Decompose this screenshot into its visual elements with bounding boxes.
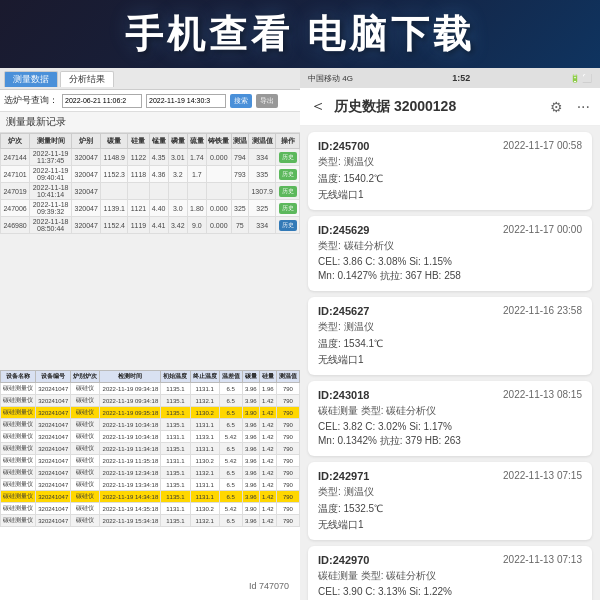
card-type: 碳硅测量 类型: 碳硅分析仪 bbox=[318, 569, 436, 583]
card-detail1: CEL: 3.90 C: 3.13% Si: 1.22% bbox=[318, 586, 582, 597]
card-type: 类型: 测温仪 bbox=[318, 155, 374, 169]
sp-col-t1: 初始温度 bbox=[161, 371, 190, 383]
toolbar-label: 选炉号查询： bbox=[4, 94, 58, 107]
data-card[interactable]: ID:245629 2022-11-17 00:00 类型: 碳硅分析仪 CEL… bbox=[308, 216, 592, 291]
col-temp: 测温 bbox=[231, 134, 248, 149]
mobile-time: 1:52 bbox=[452, 73, 470, 83]
card-detail1: 温度: 1534.1℃ bbox=[318, 337, 582, 351]
card-date: 2022-11-13 08:15 bbox=[503, 389, 582, 401]
card-id: ID:243018 bbox=[318, 389, 369, 401]
mobile-status-bar: 中国移动 4G 1:52 🔋 ⬜ bbox=[300, 68, 600, 88]
col-c: 碳量 bbox=[101, 134, 128, 149]
card-type: 碳硅测量 类型: 碳硅分析仪 bbox=[318, 404, 436, 418]
date-start-input[interactable] bbox=[62, 94, 142, 108]
card-date: 2022-11-17 00:58 bbox=[503, 140, 582, 152]
card-id: ID:242970 bbox=[318, 554, 369, 566]
card-detail2: 无线端口1 bbox=[318, 353, 582, 367]
right-panel: 中国移动 4G 1:52 🔋 ⬜ ＜ 历史数据 32000128 ⚙ ··· I… bbox=[300, 68, 600, 600]
search-button[interactable]: 搜索 bbox=[230, 94, 252, 108]
spreadsheet-row: 碳硅测量仪320241047碳硅仪2022-11-19 14:34:181135… bbox=[1, 491, 300, 503]
battery-icon: 🔋 ⬜ bbox=[570, 74, 592, 83]
col-id: 炉次 bbox=[1, 134, 30, 149]
sp-col-t2: 终止温度 bbox=[190, 371, 219, 383]
col-furnace: 测量时间 bbox=[30, 134, 72, 149]
spreadsheet-row: 碳硅测量仪320241047碳硅仪2022-11-19 09:34:181135… bbox=[1, 383, 300, 395]
col-fe: 铸铁量 bbox=[206, 134, 231, 149]
sp-col-r: 测温值 bbox=[276, 371, 299, 383]
id-text: Id 747070 bbox=[246, 580, 292, 592]
card-type: 类型: 测温仪 bbox=[318, 320, 374, 334]
spreadsheet-row: 碳硅测量仪320241047碳硅仪2022-11-19 13:34:181135… bbox=[1, 479, 300, 491]
col-s: 硫量 bbox=[187, 134, 206, 149]
browser-bar: 测量数据 分析结果 bbox=[0, 68, 300, 90]
data-card[interactable]: ID:242971 2022-11-13 07:15 类型: 测温仪 温度: 1… bbox=[308, 462, 592, 540]
table-row: 247144 2022-11-1911:37:45 320047 1148.9 … bbox=[1, 149, 300, 166]
spreadsheet-row: 碳硅测量仪320241047碳硅仪2022-11-19 11:35:181131… bbox=[1, 455, 300, 467]
sp-col-time: 检测时间 bbox=[100, 371, 161, 383]
back-button[interactable]: ＜ bbox=[310, 96, 326, 117]
history-btn-2[interactable]: 历史 bbox=[279, 169, 297, 180]
table-row: 247019 2022-11-1810:41:14 320047 1307.9 … bbox=[1, 183, 300, 200]
history-btn-3[interactable]: 历史 bbox=[279, 186, 297, 197]
card-date: 2022-11-13 07:15 bbox=[503, 470, 582, 482]
card-detail1: 温度: 1540.2℃ bbox=[318, 172, 582, 186]
table-row: 247101 2022-11-1909:40:41 320047 1152.3 … bbox=[1, 166, 300, 183]
card-detail2: Mn: 0.1342% 抗拉: 379 HB: 263 bbox=[318, 434, 582, 448]
data-card[interactable]: ID:245700 2022-11-17 00:58 类型: 测温仪 温度: 1… bbox=[308, 132, 592, 210]
export-button[interactable]: 导出 bbox=[256, 94, 278, 108]
tab-analysis[interactable]: 分析结果 bbox=[60, 71, 114, 87]
menu-dots[interactable]: ··· bbox=[577, 98, 590, 116]
data-table: 炉次 测量时间 炉别 碳量 硅量 锰量 磷量 硫量 铸铁量 测温 测温值 操作 bbox=[0, 133, 300, 234]
card-detail1: CEL: 3.86 C: 3.08% Si: 1.15% bbox=[318, 256, 582, 267]
settings-icon[interactable]: ⚙ bbox=[550, 99, 563, 115]
history-btn-1[interactable]: 历史 bbox=[279, 152, 297, 163]
card-date: 2022-11-16 23:58 bbox=[503, 305, 582, 317]
history-btn-4[interactable]: 历史 bbox=[279, 203, 297, 214]
col-action: 操作 bbox=[276, 134, 300, 149]
browser-tabs: 测量数据 分析结果 bbox=[4, 71, 114, 87]
mobile-header: ＜ 历史数据 32000128 ⚙ ··· bbox=[300, 88, 600, 126]
spreadsheet-row: 碳硅测量仪320241047碳硅仪2022-11-19 09:35:181135… bbox=[1, 407, 300, 419]
card-detail1: 温度: 1532.5℃ bbox=[318, 502, 582, 516]
col-si: 硅量 bbox=[128, 134, 149, 149]
card-date: 2022-11-17 00:00 bbox=[503, 224, 582, 236]
col-result: 测温值 bbox=[249, 134, 276, 149]
spreadsheet-row: 碳硅测量仪320241047碳硅仪2022-11-19 09:34:181135… bbox=[1, 395, 300, 407]
table-row: 247006 2022-11-1809:39:32 320047 1139.1 … bbox=[1, 200, 300, 217]
sp-col-si: 硅量 bbox=[259, 371, 276, 383]
mobile-signal: 中国移动 4G bbox=[308, 73, 353, 84]
card-type: 类型: 碳硅分析仪 bbox=[318, 239, 394, 253]
spreadsheet-row: 碳硅测量仪320241047碳硅仪2022-11-19 10:34:181131… bbox=[1, 431, 300, 443]
table-row: 246980 2022-11-1808:50:44 320047 1152.4 … bbox=[1, 217, 300, 234]
left-panel: 测量数据 分析结果 选炉号查询： 搜索 导出 测量最新记录 炉次 测量时间 炉别 bbox=[0, 68, 300, 600]
sp-col-td: 温差值 bbox=[219, 371, 242, 383]
banner-text: 手机查看 电脑下载 bbox=[125, 9, 476, 60]
section-title: 测量最新记录 bbox=[0, 112, 300, 133]
data-card[interactable]: ID:242970 2022-11-13 07:13 碳硅测量 类型: 碳硅分析… bbox=[308, 546, 592, 600]
main-content: 测量数据 分析结果 选炉号查询： 搜索 导出 测量最新记录 炉次 测量时间 炉别 bbox=[0, 68, 600, 600]
top-banner: 手机查看 电脑下载 bbox=[0, 0, 600, 68]
card-id: ID:245627 bbox=[318, 305, 369, 317]
col-p: 磷量 bbox=[168, 134, 187, 149]
card-detail2: 无线端口1 bbox=[318, 188, 582, 202]
col-time: 炉别 bbox=[72, 134, 101, 149]
data-table-container: 炉次 测量时间 炉别 碳量 硅量 锰量 磷量 硫量 铸铁量 测温 测温值 操作 bbox=[0, 133, 300, 234]
spreadsheet-row: 碳硅测量仪320241047碳硅仪2022-11-19 10:34:181135… bbox=[1, 419, 300, 431]
toolbar-bar: 选炉号查询： 搜索 导出 bbox=[0, 90, 300, 112]
mobile-cards: ID:245700 2022-11-17 00:58 类型: 测温仪 温度: 1… bbox=[300, 126, 600, 600]
data-card[interactable]: ID:243018 2022-11-13 08:15 碳硅测量 类型: 碳硅分析… bbox=[308, 381, 592, 456]
spreadsheet-table: 设备名称 设备编号 炉别炉次 检测时间 初始温度 终止温度 温差值 碳量 硅量 … bbox=[0, 370, 300, 527]
sp-col-type: 炉别炉次 bbox=[71, 371, 100, 383]
sp-col-device: 设备名称 bbox=[1, 371, 36, 383]
date-end-input[interactable] bbox=[146, 94, 226, 108]
card-type: 类型: 测温仪 bbox=[318, 485, 374, 499]
spreadsheet-row: 碳硅测量仪320241047碳硅仪2022-11-19 14:35:181131… bbox=[1, 503, 300, 515]
card-id: ID:245629 bbox=[318, 224, 369, 236]
spreadsheet-row: 碳硅测量仪320241047碳硅仪2022-11-19 12:34:181135… bbox=[1, 467, 300, 479]
data-card[interactable]: ID:245627 2022-11-16 23:58 类型: 测温仪 温度: 1… bbox=[308, 297, 592, 375]
tab-data[interactable]: 测量数据 bbox=[4, 71, 58, 87]
card-id: ID:242971 bbox=[318, 470, 369, 482]
history-btn-5[interactable]: 历史 bbox=[279, 220, 297, 231]
col-mn: 锰量 bbox=[149, 134, 168, 149]
sp-col-num: 设备编号 bbox=[36, 371, 71, 383]
